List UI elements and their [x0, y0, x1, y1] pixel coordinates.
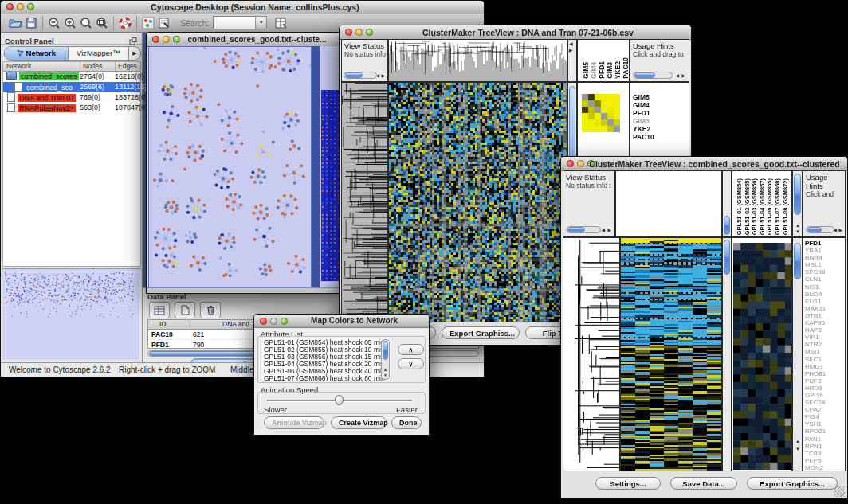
- heatmap-vscrollbar[interactable]: [722, 237, 732, 471]
- table-grid-icon[interactable]: [149, 302, 170, 318]
- network-canvas-right[interactable]: [320, 46, 341, 287]
- animate-vizmap-button[interactable]: Animate Vizmap: [264, 416, 324, 429]
- scroll-left-icon[interactable]: ◀: [375, 73, 379, 78]
- gene-label[interactable]: MAK31: [803, 305, 826, 312]
- close-icon[interactable]: [6, 3, 14, 10]
- network-canvas-area[interactable]: [148, 46, 312, 287]
- gene-label[interactable]: CPA2: [803, 406, 826, 413]
- save-icon[interactable]: [23, 15, 39, 31]
- gene-label[interactable]: TCB3: [803, 450, 826, 457]
- gene-label[interactable]: SEC1: [803, 356, 826, 363]
- close-icon[interactable]: [567, 160, 574, 167]
- network-view-title-bar[interactable]: combined_scores_good.txt--cluste...: [147, 33, 342, 47]
- network-list-row[interactable]: combined_sco2569(6)13112(15): [3, 82, 140, 92]
- close-icon[interactable]: [152, 36, 159, 43]
- zoom-out-icon[interactable]: [46, 15, 62, 31]
- gene-label[interactable]: MSL1: [803, 261, 826, 268]
- gene-label[interactable]: ELG1: [803, 298, 826, 305]
- done-button[interactable]: Done: [391, 416, 422, 429]
- gene-label[interactable]: VIP1: [803, 334, 826, 341]
- open-folder-icon[interactable]: [7, 15, 23, 31]
- scroll-up-icon[interactable]: ▲: [383, 367, 387, 372]
- resize-grip[interactable]: [834, 486, 845, 497]
- create-vizmap-button[interactable]: Create Vizmap: [331, 416, 387, 429]
- column-tree-panel[interactable]: [615, 170, 722, 237]
- col-network[interactable]: Network: [6, 62, 31, 70]
- scroll-right-icon[interactable]: ▶: [681, 73, 685, 78]
- scroll-left-icon[interactable]: ◀: [569, 41, 573, 46]
- zoom-selected-icon[interactable]: [94, 15, 110, 31]
- gene-label[interactable]: RPO21: [803, 428, 826, 435]
- scroll-right-icon[interactable]: ▶: [381, 73, 385, 78]
- zoom-in-icon[interactable]: [62, 15, 78, 31]
- gene-list-vscrollbar[interactable]: ▲ ▼: [792, 237, 803, 471]
- scroll-left-icon[interactable]: ◀: [601, 228, 605, 232]
- save-data-button[interactable]: Save Data...: [670, 477, 737, 490]
- main-title-bar[interactable]: Cytoscape Desktop (Session Name: collins…: [1, 1, 484, 14]
- export-graphics-button[interactable]: Export Graphics...: [442, 326, 520, 339]
- treeview2-title-bar[interactable]: ClusterMaker TreeView : combined_scores_…: [561, 157, 847, 171]
- gene-label[interactable]: NIS1: [803, 283, 826, 291]
- scroll-right-icon[interactable]: ▶: [838, 228, 842, 232]
- close-icon[interactable]: [345, 29, 352, 36]
- search-input[interactable]: ▼: [213, 16, 267, 29]
- col-id[interactable]: ID: [159, 320, 167, 328]
- gene-label[interactable]: PAN1: [803, 436, 826, 443]
- treeview1-title-bar[interactable]: ClusterMaker TreeView : DNA and Tran 07-…: [340, 25, 691, 40]
- attribute-list-scrollbar[interactable]: ▲ ▼: [381, 339, 390, 380]
- row-dendrogram-panel[interactable]: [563, 237, 620, 471]
- network-list-row[interactable]: combined_scores2764(0)16218(0): [3, 72, 140, 82]
- close-icon[interactable]: [260, 318, 267, 325]
- gene-label[interactable]: HMG1: [803, 363, 826, 370]
- new-page-icon[interactable]: [175, 302, 195, 318]
- gene-label[interactable]: PEP5: [803, 457, 826, 464]
- gene-label[interactable]: KAP95: [803, 319, 826, 326]
- attribute-list[interactable]: GPL51-01 (GSM854) heat shock 05 minGPL51…: [261, 338, 391, 381]
- gene-label[interactable]: HRD3: [803, 385, 826, 392]
- column-tree-vscrollbar[interactable]: [722, 170, 732, 237]
- minimize-icon[interactable]: [17, 3, 24, 10]
- network-list-row[interactable]: RNAPuberNov2+563(0)107847(0): [3, 103, 140, 113]
- attribute-item[interactable]: GPL51-07 (GSM868) heat shock 60 min: [261, 375, 391, 381]
- scroll-right-icon[interactable]: ▶: [607, 228, 611, 232]
- gene-label[interactable]: SPC98: [803, 268, 826, 275]
- annotation-icon[interactable]: [156, 15, 172, 31]
- gene-label[interactable]: PFD1: [803, 240, 826, 247]
- gene-label[interactable]: YRA1: [803, 247, 826, 254]
- dialog-title-bar[interactable]: Map Colors to Network: [254, 315, 429, 328]
- gene-label[interactable]: PHO81: [803, 370, 826, 377]
- export-graphics-button[interactable]: Export Graphics...: [747, 477, 838, 490]
- move-down-button[interactable]: ∨: [398, 358, 424, 369]
- scroll-left-icon[interactable]: ◀: [675, 73, 679, 78]
- gene-label[interactable]: SEC24: [803, 399, 826, 406]
- trash-icon[interactable]: [200, 302, 221, 318]
- gene-label[interactable]: RNR4: [803, 254, 826, 261]
- gene-label[interactable]: CLN1: [803, 275, 826, 283]
- scroll-down-icon[interactable]: ▼: [795, 229, 800, 234]
- gene-label[interactable]: MSI1: [803, 348, 826, 355]
- gene-label[interactable]: FIG4: [803, 413, 826, 420]
- move-up-button[interactable]: ∧: [398, 344, 424, 355]
- view-status-scrollbar[interactable]: [566, 226, 601, 233]
- scroll-down-icon[interactable]: ▼: [795, 447, 800, 451]
- minimize-icon[interactable]: [577, 160, 584, 167]
- scroll-right-icon[interactable]: ▶: [569, 48, 573, 53]
- zoom-heatmap-panel[interactable]: [732, 237, 792, 471]
- column-scroll-strip[interactable]: ◀ ▶: [567, 39, 577, 82]
- search-dropdown-icon[interactable]: ▼: [255, 17, 266, 29]
- gene-label[interactable]: RPN1: [803, 443, 826, 450]
- gene-label[interactable]: GPI16: [803, 392, 826, 399]
- column-dendrogram-panel[interactable]: [388, 39, 567, 82]
- gene-label[interactable]: NTR2: [803, 341, 826, 348]
- settings-button[interactable]: Settings...: [595, 477, 661, 490]
- heatmap-panel[interactable]: [620, 237, 722, 471]
- tab-overflow-button[interactable]: ▶: [129, 47, 140, 60]
- gene-label[interactable]: BUD4: [803, 291, 826, 298]
- zoom-fit-icon[interactable]: [78, 15, 94, 31]
- gene-label[interactable]: PUF3: [803, 377, 826, 385]
- usage-hints-scrollbar[interactable]: [806, 226, 834, 233]
- gene-label[interactable]: YSH1: [803, 420, 826, 428]
- scroll-left-icon[interactable]: ◀: [833, 228, 837, 232]
- heatmap-panel[interactable]: [388, 82, 567, 322]
- view-status-scrollbar[interactable]: [344, 72, 377, 79]
